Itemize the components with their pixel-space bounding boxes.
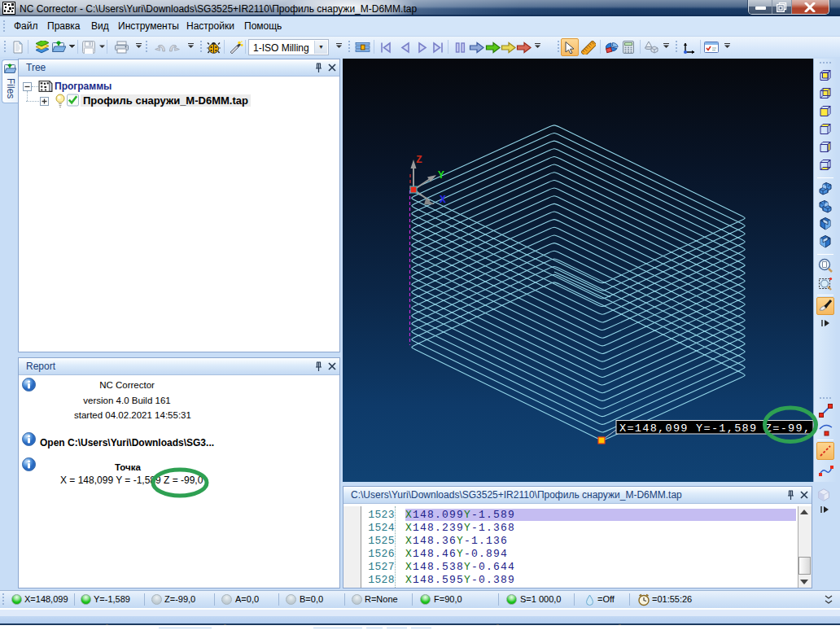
svg-text:X=148,099 Y=-1,589 Z=-99,: X=148,099 Y=-1,589 Z=-99, bbox=[619, 422, 810, 435]
svg-text:X: X bbox=[440, 194, 446, 206]
svg-text:Y: Y bbox=[438, 169, 444, 182]
svg-text:Z: Z bbox=[416, 154, 422, 166]
